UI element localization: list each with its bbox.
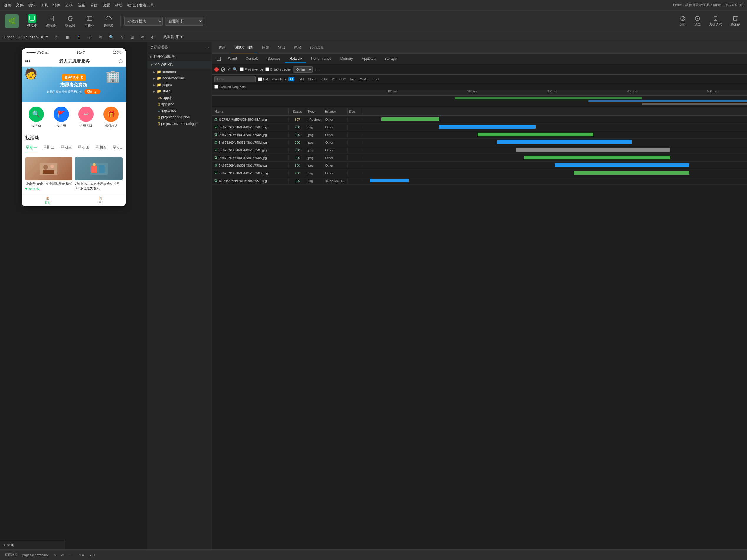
subtab-memory[interactable]: Memory (336, 55, 357, 63)
activity-icon-item[interactable]: 🔍 找活动 (29, 107, 44, 128)
subtab-performance[interactable]: Performance (307, 55, 335, 63)
blocked-requests-checkbox[interactable] (214, 85, 218, 89)
disable-cache-checkbox[interactable] (265, 68, 269, 71)
tab-thursday[interactable]: 星期四 (77, 142, 90, 153)
table-row[interactable]: 🖼 5fc876269fb4b05143b1d750b.jpg 200 jpeg… (212, 154, 747, 162)
table-row[interactable]: 🖼 5fc876269fb4b05143b1d750c.jpg 200 jpeg… (212, 146, 747, 154)
qr-scan-icon[interactable]: ⦾ (119, 59, 123, 64)
menu-item-view[interactable]: 视图 (78, 3, 85, 8)
tab-quality[interactable]: 代码质量 (306, 43, 328, 52)
tree-item-common[interactable]: ▶ 📁 common (147, 69, 212, 75)
menu-item-settings[interactable]: 设置 (103, 3, 110, 8)
bottom-nav-list[interactable]: 📋 389 (98, 197, 103, 205)
edit-page-icon[interactable]: ✎ (53, 553, 56, 557)
open-editors-header[interactable]: ▶ 打开的编辑器 (147, 52, 212, 61)
table-row[interactable]: 🖼 5fc876269fb4b05143b1d7509.png 200 png … (212, 169, 747, 177)
mp-weixin-header[interactable]: ▼ MP-WEIXIN (147, 61, 212, 69)
mode-select[interactable]: 小程序模式 (124, 17, 162, 26)
preserve-log-checkbox[interactable] (240, 68, 243, 71)
filter-xhr[interactable]: Cloud (307, 77, 317, 81)
tab-more[interactable]: 星期... (112, 142, 124, 153)
table-row[interactable]: 🖼 5fc876269fb4b05143b1d750a.jpg 200 jpeg… (212, 162, 747, 169)
table-row[interactable]: 🖼 %E7%A4%BE%E5%8C%BA.png 307 / Redirect … (212, 116, 747, 123)
preview-button[interactable]: 可视化 (81, 13, 98, 29)
menu-item-file[interactable]: 文件 (16, 3, 24, 8)
subtab-wxml[interactable]: Wxml (224, 55, 241, 63)
tree-item-project-config[interactable]: {} project.config.json (147, 114, 212, 121)
debugger-button[interactable]: ⚙ 调试器 (62, 13, 79, 29)
org-icon-item[interactable]: 🚩 找组织 (54, 107, 69, 128)
menu-item-help[interactable]: 帮助 (115, 3, 123, 8)
tab-terminal[interactable]: 终端 (290, 43, 305, 52)
realdevice-btn[interactable]: 真机调试 (707, 15, 724, 28)
benefits-icon-item[interactable]: 🎁 福利权益 (103, 107, 119, 128)
register-icon-item[interactable]: ↩ 组织入驻 (78, 107, 94, 128)
cloud-button[interactable]: 云开发 (100, 13, 117, 29)
options-icon[interactable]: ··· (69, 553, 71, 557)
go-button[interactable]: Go 🔥 (84, 89, 100, 94)
tab-friday[interactable]: 星期五 (95, 142, 107, 153)
news-card-1[interactable]: "小老帮"老老" 打造新型养老 模式 ❤ 福心公益 (25, 157, 73, 191)
search-sec-icon[interactable]: 🔍 (108, 34, 115, 40)
refresh-icon[interactable]: ↺ (53, 34, 59, 40)
menu-item-weixin[interactable]: 微信开发者工具 (127, 3, 154, 8)
more-options-icon[interactable]: ··· (205, 45, 209, 50)
menu-item-tools[interactable]: 工具 (41, 3, 48, 8)
record-button[interactable] (214, 68, 218, 72)
throttle-select[interactable]: Online (293, 66, 312, 73)
simulator-button[interactable]: 模拟器 (24, 13, 40, 29)
menu-item-select[interactable]: 选择 (66, 3, 73, 8)
subtab-console[interactable]: Console (241, 55, 263, 63)
compile-button[interactable]: 编译 (677, 15, 688, 28)
filter-input[interactable] (214, 76, 256, 82)
filter-doc[interactable]: Font (371, 77, 380, 81)
more-menu-icon[interactable]: ••• (25, 58, 31, 64)
hotreload-select[interactable]: 热重载 开 ▼ (163, 34, 183, 39)
filter-icon[interactable]: ⊽ (227, 67, 230, 72)
tree-item-project-private[interactable]: {} project.private.config.js... (147, 121, 212, 127)
tree-item-appwxss[interactable]: ≡ app.wxss (147, 107, 212, 114)
rotate-icon[interactable]: ⇄ (87, 34, 93, 40)
tree-item-node-modules[interactable]: ▶ 📁 node-modules (147, 75, 212, 82)
subtab-appdata[interactable]: AppData (358, 55, 380, 63)
tree-item-static[interactable]: ▶ 📁 static (147, 88, 212, 95)
stop-icon[interactable]: ⏹ (64, 34, 70, 40)
copy-icon[interactable]: ⧉ (98, 34, 103, 40)
subtab-storage[interactable]: Storage (380, 55, 401, 63)
filter-css[interactable]: JS (330, 77, 336, 81)
hide-data-urls-checkbox[interactable] (258, 77, 262, 81)
tab-build[interactable]: 构建 (214, 43, 230, 52)
tab-wednesday[interactable]: 星期三 (60, 142, 73, 153)
phone-icon[interactable]: 📱 (75, 34, 82, 40)
menu-item-goto[interactable]: 转到 (53, 3, 61, 8)
menu-item-interface[interactable]: 界面 (90, 3, 98, 8)
preview-btn[interactable]: 预览 (692, 15, 703, 28)
inspect-icon[interactable] (214, 56, 223, 61)
tab-monday[interactable]: 星期一 (25, 142, 38, 153)
tree-item-appjson[interactable]: {} app.json (147, 101, 212, 107)
compile-select[interactable]: 普通编译 (165, 17, 203, 26)
filter-media[interactable]: Img (349, 77, 357, 81)
tab-problems[interactable]: 问题 (258, 43, 273, 52)
table-row[interactable]: 🖼 %E7%A4%BE%E5%8C%BA.png 200 png :61861/… (212, 177, 747, 185)
clear-button[interactable] (221, 68, 225, 72)
tab-tuesday[interactable]: 星期二 (43, 142, 55, 153)
menu-item-project[interactable]: 项目 (3, 3, 11, 8)
branch-icon[interactable]: ⑂ (120, 34, 125, 40)
tab-debugger[interactable]: 调试器 17 (230, 43, 257, 52)
split-icon[interactable]: ⧉ (140, 34, 145, 40)
search-icon[interactable]: 🔍 (233, 67, 237, 72)
device-select[interactable]: iPhone 6/7/8 Plus 85% 16 ▼ (3, 35, 49, 39)
filter-img[interactable]: CSS (338, 77, 347, 81)
filter-font[interactable]: Media (359, 77, 370, 81)
table-row[interactable]: 🖼 5fc876269fb4b05143b1d750e.jpg 200 jpeg… (212, 131, 747, 139)
tab-output[interactable]: 输出 (274, 43, 289, 52)
disable-cache-check[interactable]: Disable cache (265, 68, 291, 71)
tree-item-pages[interactable]: ▶ 📁 pages (147, 82, 212, 88)
grid-icon[interactable]: ⊞ (129, 34, 135, 40)
filter-js[interactable]: XHR (319, 77, 329, 81)
subtab-network[interactable]: Network (285, 55, 306, 63)
clearstore-btn[interactable]: 清缓存 (728, 15, 742, 28)
news-card-2[interactable]: 7年中1300多名志愿者成功找回 300多位走失老人 (75, 157, 123, 191)
menu-item-edit[interactable]: 编辑 (28, 3, 36, 8)
